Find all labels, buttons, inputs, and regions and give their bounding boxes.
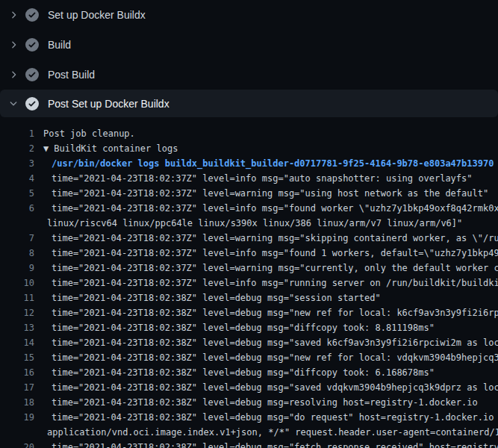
log-text: Post job cleanup. [43,126,135,141]
log-line: 7time="2021-04-23T18:02:37Z" level=warni… [0,231,498,246]
line-number[interactable]: 17 [0,380,34,395]
log-line: 8time="2021-04-23T18:02:37Z" level=info … [0,246,498,261]
step-row-post-build[interactable]: Post Build [0,60,498,90]
group-toggle-label: BuildKit container logs [54,143,178,154]
triangle-down-icon: ▼ [43,141,49,156]
log-text: time="2021-04-23T18:02:38Z" level=debug … [43,290,381,305]
line-number[interactable]: 13 [0,320,34,335]
line-number[interactable]: 8 [0,246,34,261]
steps-list: Set up Docker BuildxBuildPost BuildPost … [0,0,498,117]
log-line: 6time="2021-04-23T18:02:37Z" level=info … [0,201,498,216]
step-row-post-set-up-docker-buildx[interactable]: Post Set up Docker Buildx [0,90,498,117]
line-number[interactable]: 2 [0,141,34,156]
log-text: time="2021-04-23T18:02:38Z" level=debug … [43,350,498,365]
log-text: linux/riscv64 linux/ppc64le linux/s390x … [43,216,462,231]
log-text: time="2021-04-23T18:02:38Z" level=debug … [43,305,498,320]
log-text: time="2021-04-23T18:02:38Z" level=debug … [43,440,498,448]
line-number[interactable]: 9 [0,261,34,276]
step-label: Post Build [48,69,95,81]
log-text: time="2021-04-23T18:02:38Z" level=debug … [43,365,435,380]
log-line-continuation: application/vnd.oci.image.index.v1+json,… [0,425,498,440]
log-text: application/vnd.oci.image.index.v1+json,… [43,425,498,440]
chevron-right-icon [8,69,19,80]
log-line: 15time="2021-04-23T18:02:38Z" level=debu… [0,350,498,365]
log-line: 18time="2021-04-23T18:02:38Z" level=debu… [0,395,498,410]
step-label: Set up Docker Buildx [48,9,146,21]
log-line: 9time="2021-04-23T18:02:37Z" level=warni… [0,261,498,276]
log-line: 11time="2021-04-23T18:02:38Z" level=debu… [0,290,498,305]
log-line-continuation: linux/riscv64 linux/ppc64le linux/s390x … [0,216,498,231]
check-circle-icon [25,97,39,111]
log-text: time="2021-04-23T18:02:37Z" level=warnin… [43,186,488,201]
log-line: 20time="2021-04-23T18:02:38Z" level=debu… [0,440,498,448]
log-line: 17time="2021-04-23T18:02:38Z" level=debu… [0,380,498,395]
step-row-build[interactable]: Build [0,30,498,60]
log-line: 10time="2021-04-23T18:02:37Z" level=info… [0,276,498,290]
line-number[interactable]: 4 [0,171,34,186]
log-line: 5time="2021-04-23T18:02:37Z" level=warni… [0,186,498,201]
log-line: 3/usr/bin/docker logs buildx_buildkit_bu… [0,156,498,171]
log-line: 13time="2021-04-23T18:02:38Z" level=debu… [0,320,498,335]
line-number[interactable]: 11 [0,290,34,305]
line-number[interactable]: 7 [0,231,34,246]
line-number[interactable]: 5 [0,186,34,201]
line-number[interactable]: 14 [0,335,34,350]
command-text: /usr/bin/docker logs buildx_buildkit_bui… [43,156,494,171]
step-label: Build [48,39,71,51]
line-number[interactable]: 18 [0,395,34,410]
line-number[interactable]: 16 [0,365,34,380]
log-text: time="2021-04-23T18:02:38Z" level=debug … [43,395,478,410]
chevron-right-icon [8,40,19,50]
log-line: 16time="2021-04-23T18:02:38Z" level=debu… [0,365,498,380]
log-line: 4time="2021-04-23T18:02:37Z" level=info … [0,171,498,186]
workflow-log-panel: Set up Docker BuildxBuildPost BuildPost … [0,0,498,448]
line-number[interactable]: 15 [0,350,34,365]
log-text: time="2021-04-23T18:02:37Z" level=warnin… [43,231,498,246]
line-number [0,425,34,440]
log-text: time="2021-04-23T18:02:38Z" level=debug … [43,335,498,350]
check-circle-icon [25,38,39,52]
line-number[interactable]: 1 [0,126,34,141]
log-container: 1Post job cleanup.2▼BuildKit container l… [0,117,498,448]
group-toggle[interactable]: ▼BuildKit container logs [43,141,178,156]
log-text: time="2021-04-23T18:02:37Z" level=warnin… [43,261,498,276]
line-number[interactable]: 20 [0,440,34,448]
log-line: 19time="2021-04-23T18:02:38Z" level=debu… [0,410,498,425]
log-text: time="2021-04-23T18:02:38Z" level=debug … [43,320,435,335]
line-number [0,216,34,231]
line-number[interactable]: 19 [0,410,34,425]
log-line: 14time="2021-04-23T18:02:38Z" level=debu… [0,335,498,350]
log-line: 1Post job cleanup. [0,126,498,141]
log-text: time="2021-04-23T18:02:37Z" level=info m… [43,246,498,261]
log-text: time="2021-04-23T18:02:38Z" level=debug … [43,410,498,425]
line-number[interactable]: 6 [0,201,34,216]
log-line: 12time="2021-04-23T18:02:38Z" level=debu… [0,305,498,320]
check-circle-icon [25,8,39,22]
step-label: Post Set up Docker Buildx [48,98,169,110]
chevron-down-icon [8,99,19,109]
log-text: time="2021-04-23T18:02:37Z" level=info m… [43,276,498,290]
log-text: time="2021-04-23T18:02:37Z" level=info m… [43,201,498,216]
check-circle-icon [25,68,39,81]
log-line: 2▼BuildKit container logs [0,141,498,156]
chevron-right-icon [8,10,19,20]
line-number[interactable]: 12 [0,305,34,320]
line-number[interactable]: 3 [0,156,34,171]
log-text: time="2021-04-23T18:02:37Z" level=info m… [43,171,473,186]
log-text: time="2021-04-23T18:02:38Z" level=debug … [43,380,498,395]
line-number[interactable]: 10 [0,276,34,290]
step-row-set-up-docker-buildx[interactable]: Set up Docker Buildx [0,0,498,30]
